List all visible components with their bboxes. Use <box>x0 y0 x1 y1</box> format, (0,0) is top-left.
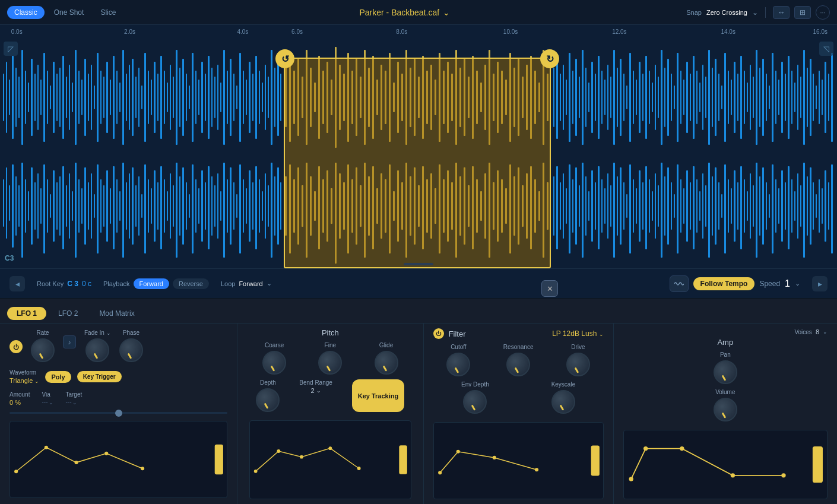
svg-rect-122 <box>422 56 424 139</box>
svg-rect-453 <box>737 182 738 230</box>
phase-knob[interactable] <box>119 338 143 362</box>
waveform-value[interactable]: Triangle ⌄ <box>9 377 39 384</box>
cutoff-knob[interactable] <box>446 353 470 376</box>
env-depth-knob[interactable] <box>463 390 487 414</box>
more-btn[interactable]: ··· <box>816 5 830 20</box>
lfo1-tab[interactable]: LFO 1 <box>7 307 46 320</box>
svg-rect-149 <box>534 71 536 124</box>
svg-rect-297 <box>176 163 177 258</box>
snap-chevron-icon[interactable]: ⌄ <box>752 8 758 17</box>
waveform-chevron-icon[interactable]: ⌄ <box>34 378 39 384</box>
filter-env-graph <box>433 422 604 499</box>
via-chevron-icon[interactable]: ⌄ <box>49 400 53 405</box>
speed-chevron-icon[interactable]: ⌄ <box>795 280 800 287</box>
mode-classic-btn[interactable]: Classic <box>7 6 45 19</box>
pan-knob[interactable] <box>714 360 737 384</box>
svg-rect-255 <box>43 164 45 253</box>
lfo2-tab[interactable]: LFO 2 <box>49 307 87 320</box>
svg-rect-352 <box>372 166 374 249</box>
svg-rect-138 <box>489 50 490 145</box>
svg-rect-73 <box>233 74 234 121</box>
svg-rect-33 <box>106 62 108 133</box>
loop-value[interactable]: Forward <box>239 280 262 287</box>
amp-top-knobs: Pan <box>623 351 828 384</box>
coarse-knob[interactable] <box>262 351 286 375</box>
svg-rect-281 <box>126 182 127 230</box>
key-tracking-btn[interactable]: Key Tracking <box>352 379 404 412</box>
nav-left-btn[interactable]: ◂ <box>9 276 25 291</box>
voices-chevron-icon[interactable]: ⌄ <box>823 329 828 335</box>
pitch-depth-knob-group: Depth <box>256 379 280 412</box>
svg-rect-218 <box>759 68 760 127</box>
svg-rect-92 <box>297 59 299 136</box>
svg-rect-166 <box>595 74 596 121</box>
nav-right-btn[interactable]: ▸ <box>812 276 828 291</box>
glide-knob[interactable] <box>375 351 398 375</box>
bend-range-value[interactable]: 2 <box>311 387 315 394</box>
chevron-down-icon[interactable]: ⌄ <box>443 8 450 17</box>
svg-rect-310 <box>217 173 218 239</box>
fit-width-btn[interactable]: ↔ <box>773 6 790 19</box>
svg-rect-427 <box>655 173 656 239</box>
amount-slider-thumb[interactable] <box>115 410 122 417</box>
filter-type-chevron-icon[interactable]: ⌄ <box>599 331 604 337</box>
fadein-knob[interactable] <box>85 338 109 362</box>
amount-slider[interactable] <box>9 412 227 414</box>
waveform-val-text: Triangle <box>9 377 33 384</box>
voices-value[interactable]: 8 <box>816 328 819 335</box>
bend-range-chevron-icon[interactable]: ⌄ <box>316 388 321 394</box>
snap-value[interactable]: Zero Crossing <box>706 9 747 16</box>
pitch-title: Pitch <box>249 328 411 337</box>
svg-rect-368 <box>439 164 440 253</box>
filter-type[interactable]: LP 12dB Lush ⌄ <box>552 329 604 338</box>
drive-knob[interactable] <box>566 353 590 376</box>
fadein-chevron-icon[interactable]: ⌄ <box>106 330 111 336</box>
root-key-value[interactable]: C 3 <box>67 280 78 288</box>
via-value[interactable]: --- <box>42 399 47 405</box>
follow-tempo-btn[interactable]: Follow Tempo <box>693 277 755 290</box>
svg-rect-64 <box>205 74 206 121</box>
fine-knob[interactable] <box>318 351 342 375</box>
svg-rect-241 <box>831 53 833 142</box>
speed-value[interactable]: 1 <box>785 278 790 289</box>
svg-rect-287 <box>144 164 146 253</box>
svg-rect-324 <box>262 191 263 221</box>
poly-btn[interactable]: Poly <box>45 371 71 383</box>
note-icon-btn[interactable]: ♪ <box>63 335 76 348</box>
resize-btn[interactable]: ⊞ <box>794 6 811 19</box>
filter-power-btn[interactable]: ⏻ <box>433 328 444 339</box>
svg-rect-446 <box>715 167 716 245</box>
nav-corner-tl-btn[interactable]: ◸ <box>4 42 18 56</box>
loop-chevron-icon[interactable]: ⌄ <box>267 280 272 287</box>
svg-rect-458 <box>753 185 754 227</box>
volume-knob[interactable] <box>714 398 737 421</box>
svg-rect-384 <box>505 188 507 224</box>
forward-btn[interactable]: Forward <box>134 278 169 289</box>
svg-rect-433 <box>674 194 675 218</box>
svg-rect-355 <box>385 179 386 233</box>
svg-rect-78 <box>249 62 251 133</box>
svg-rect-49 <box>157 74 158 121</box>
waveform-view-btn[interactable] <box>670 275 689 292</box>
pitch-depth-knob[interactable] <box>256 388 280 412</box>
mod-matrix-tab[interactable]: Mod Matrix <box>90 307 144 320</box>
keyscale-knob[interactable] <box>551 390 575 414</box>
amount-value[interactable]: 0 % <box>9 399 30 406</box>
mode-slice-btn[interactable]: Slice <box>93 6 123 19</box>
lfo-power-btn[interactable]: ⏻ <box>9 340 23 353</box>
svg-rect-89 <box>285 68 287 127</box>
key-trigger-btn[interactable]: Key Trigger <box>77 371 122 382</box>
svg-rect-95 <box>310 68 312 127</box>
nav-corner-tr-btn[interactable]: ◹ <box>819 42 833 56</box>
rate-knob[interactable] <box>31 338 55 362</box>
reverse-btn[interactable]: Reverse <box>173 278 209 289</box>
svg-rect-330 <box>280 182 281 230</box>
pan-label: Pan <box>720 351 731 358</box>
target-chevron-icon[interactable]: ⌄ <box>72 400 77 405</box>
mode-oneshot-btn[interactable]: One Shot <box>47 6 91 19</box>
root-key-cents[interactable]: 0 c <box>82 280 91 288</box>
voices-label: Voices <box>794 329 811 335</box>
resonance-knob[interactable] <box>506 353 530 376</box>
svg-rect-300 <box>186 182 187 230</box>
target-value[interactable]: --- <box>65 399 71 405</box>
